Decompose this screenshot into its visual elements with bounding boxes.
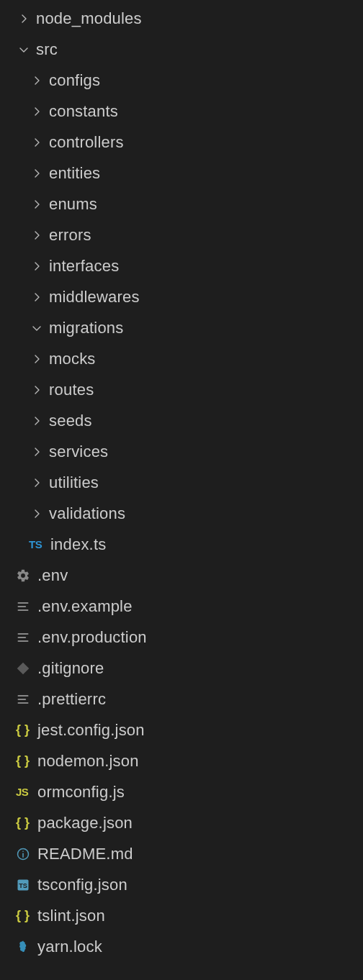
tree-item-label: src	[36, 40, 58, 59]
tree-item[interactable]: mocks	[0, 343, 363, 374]
tree-item-label: tsconfig.json	[37, 876, 127, 894]
tree-item-label: jest.config.json	[37, 721, 145, 740]
tree-item[interactable]: controllers	[0, 127, 363, 158]
js-file-icon: JS	[16, 784, 37, 801]
tree-item[interactable]: validations	[0, 498, 363, 529]
ts-file-icon: TS	[29, 536, 50, 553]
tree-item-label: mocks	[49, 350, 96, 368]
tree-item[interactable]: migrations	[0, 312, 363, 343]
file-explorer-tree: node_modulessrcconfigsconstantscontrolle…	[0, 3, 363, 962]
tree-item[interactable]: TSindex.ts	[0, 529, 363, 560]
chevron-right-icon[interactable]	[29, 382, 45, 398]
lines-file-icon	[16, 691, 37, 708]
json-file-icon: { }	[16, 722, 37, 739]
tree-item-label: constants	[49, 102, 118, 121]
tree-item-label: seeds	[49, 412, 92, 430]
yarn-file-icon	[16, 938, 37, 956]
info-file-icon	[16, 845, 37, 863]
tree-item-label: routes	[49, 381, 94, 399]
chevron-down-icon[interactable]	[29, 320, 45, 336]
tree-item[interactable]: { }package.json	[0, 807, 363, 838]
tree-item-label: package.json	[37, 814, 133, 832]
chevron-right-icon[interactable]	[29, 196, 45, 212]
tree-item[interactable]: node_modules	[0, 3, 363, 34]
chevron-right-icon[interactable]	[29, 413, 45, 429]
tree-item[interactable]: { }jest.config.json	[0, 714, 363, 745]
tree-item-label: validations	[49, 504, 125, 523]
tree-item[interactable]: .prettierrc	[0, 684, 363, 714]
gear-file-icon	[16, 567, 37, 584]
tree-item-label: configs	[49, 71, 100, 90]
tree-item[interactable]: utilities	[0, 467, 363, 498]
chevron-right-icon[interactable]	[29, 351, 45, 367]
chevron-down-icon[interactable]	[16, 42, 32, 58]
tree-item[interactable]: services	[0, 436, 363, 467]
tree-item-label: controllers	[49, 133, 124, 152]
tree-item[interactable]: JSormconfig.js	[0, 776, 363, 807]
tree-item-label: index.ts	[50, 535, 106, 554]
tree-item-label: .prettierrc	[37, 690, 106, 709]
lines-file-icon	[16, 629, 37, 646]
tree-item[interactable]: .env.production	[0, 622, 363, 653]
tree-item[interactable]: seeds	[0, 405, 363, 436]
tree-item-label: interfaces	[49, 257, 119, 276]
chevron-right-icon[interactable]	[29, 165, 45, 181]
tree-item-label: middlewares	[49, 288, 140, 307]
chevron-right-icon[interactable]	[29, 506, 45, 522]
tree-item[interactable]: TStsconfig.json	[0, 869, 363, 900]
tree-item-label: nodemon.json	[37, 752, 139, 771]
tree-item-label: yarn.lock	[37, 938, 102, 956]
svg-text:TS: TS	[19, 882, 27, 889]
tree-item[interactable]: .env.example	[0, 591, 363, 622]
tree-item-label: .env.example	[37, 597, 133, 616]
chevron-right-icon[interactable]	[16, 11, 32, 27]
tree-item-label: entities	[49, 164, 100, 183]
tree-item-label: README.md	[37, 845, 133, 863]
tree-item-label: errors	[49, 226, 91, 245]
chevron-right-icon[interactable]	[29, 475, 45, 491]
json-file-icon: { }	[16, 815, 37, 832]
tree-item[interactable]: configs	[0, 65, 363, 96]
tree-item[interactable]: entities	[0, 158, 363, 189]
tree-item[interactable]: .gitignore	[0, 653, 363, 684]
tree-item[interactable]: errors	[0, 219, 363, 250]
tree-item-label: enums	[49, 195, 97, 214]
tree-item[interactable]: enums	[0, 189, 363, 219]
git-file-icon	[16, 660, 37, 677]
tree-item[interactable]: .env	[0, 560, 363, 591]
lines-file-icon	[16, 598, 37, 615]
chevron-right-icon[interactable]	[29, 227, 45, 243]
chevron-right-icon[interactable]	[29, 289, 45, 305]
json-file-icon: { }	[16, 753, 37, 770]
tree-item-label: tslint.json	[37, 907, 105, 925]
chevron-right-icon[interactable]	[29, 258, 45, 274]
tree-item[interactable]: interfaces	[0, 250, 363, 281]
chevron-right-icon[interactable]	[29, 73, 45, 89]
tree-item[interactable]: constants	[0, 96, 363, 127]
tree-item-label: node_modules	[36, 9, 142, 28]
tree-item-label: utilities	[49, 473, 99, 492]
tree-item[interactable]: { }nodemon.json	[0, 745, 363, 776]
svg-point-11	[22, 850, 24, 852]
tree-item-label: .env	[37, 566, 68, 585]
tree-item[interactable]: middlewares	[0, 281, 363, 312]
tree-item[interactable]: yarn.lock	[0, 931, 363, 962]
tsconfig-file-icon: TS	[16, 876, 37, 894]
tree-item-label: services	[49, 443, 108, 461]
tree-item[interactable]: src	[0, 34, 363, 65]
tree-item-label: .env.production	[37, 628, 147, 647]
chevron-right-icon[interactable]	[29, 444, 45, 460]
chevron-right-icon[interactable]	[29, 135, 45, 150]
tree-item-label: migrations	[49, 319, 123, 337]
tree-item[interactable]: routes	[0, 374, 363, 405]
tree-item-label: .gitignore	[37, 659, 104, 678]
tree-item[interactable]: README.md	[0, 838, 363, 869]
chevron-right-icon[interactable]	[29, 104, 45, 119]
tree-item[interactable]: { }tslint.json	[0, 900, 363, 931]
tree-item-label: ormconfig.js	[37, 783, 125, 802]
json-file-icon: { }	[16, 907, 37, 925]
